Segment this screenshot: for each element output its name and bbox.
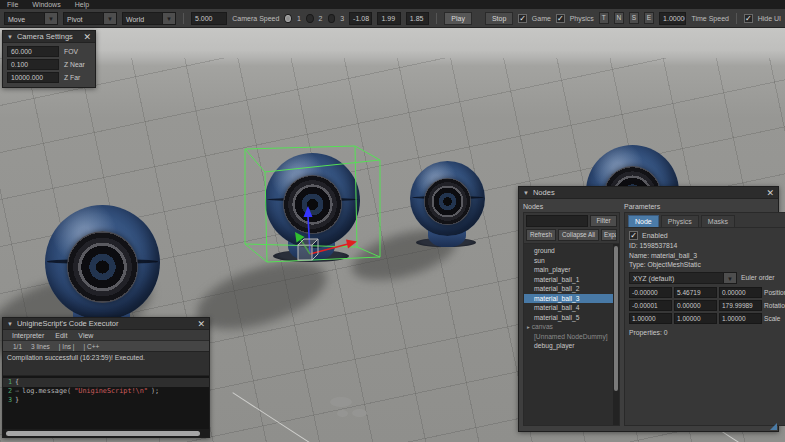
camera-speed-radio-3[interactable] bbox=[328, 14, 336, 23]
scale-y-input[interactable]: 1.00000 bbox=[674, 313, 717, 324]
space-dropdown[interactable]: World ▼ bbox=[122, 12, 176, 25]
gizmo-center-cube[interactable] bbox=[298, 239, 318, 260]
menu-bar: File Windows Help bbox=[0, 0, 785, 9]
collapse-all-button[interactable]: Collapse All bbox=[558, 229, 599, 241]
panel-title: UnigineScript's Code Executor bbox=[17, 319, 194, 328]
position-y-input[interactable]: 5.46719 bbox=[674, 287, 717, 298]
camera-pos-x-input[interactable]: -1.08 bbox=[349, 12, 372, 25]
filter-input[interactable] bbox=[526, 215, 588, 227]
tree-item-main-player[interactable]: main_player bbox=[524, 265, 613, 275]
position-label: Position bbox=[764, 289, 785, 296]
close-icon[interactable]: ✕ bbox=[83, 32, 91, 42]
zfar-input[interactable]: 10000.000 bbox=[7, 72, 59, 83]
hide-ui-checkbox[interactable]: ✓ bbox=[744, 14, 753, 23]
line-number: 1 bbox=[6, 378, 12, 387]
tree-item-ground[interactable]: ground bbox=[524, 246, 613, 256]
close-icon[interactable]: ✕ bbox=[197, 319, 205, 329]
chevron-down-icon[interactable]: ▼ bbox=[162, 12, 176, 25]
camera-speed-radio-1[interactable] bbox=[284, 14, 292, 23]
expand-arrow-icon[interactable]: ▸ bbox=[527, 324, 530, 330]
tab-physics[interactable]: Physics bbox=[661, 215, 699, 227]
toggle-e-button[interactable]: E bbox=[644, 12, 654, 24]
toggle-t-button[interactable]: T bbox=[599, 12, 609, 24]
time-speed-input[interactable]: 1.00000 bbox=[659, 12, 686, 25]
camera-speed-input[interactable]: 5.000 bbox=[191, 12, 227, 25]
camera-speed-label: Camera Speed bbox=[232, 15, 279, 22]
game-checkbox[interactable]: ✓ bbox=[518, 14, 527, 23]
parameters-tabs: Node Physics Masks bbox=[625, 213, 785, 228]
code-line[interactable]: 2 →log.message("UnigineScript!\n"); bbox=[3, 387, 209, 396]
position-z-input[interactable]: 0.00000 bbox=[719, 287, 762, 298]
close-icon[interactable]: ✕ bbox=[766, 188, 774, 198]
physics-checkbox[interactable]: ✓ bbox=[556, 14, 565, 23]
refresh-button[interactable]: Refresh bbox=[526, 229, 556, 241]
resize-grip[interactable] bbox=[770, 423, 777, 430]
toggle-s-button[interactable]: S bbox=[629, 12, 639, 24]
chevron-down-icon[interactable]: ▼ bbox=[44, 12, 58, 25]
nodes-titlebar[interactable]: ▼ Nodes ✕ bbox=[519, 187, 778, 199]
check-icon: ✓ bbox=[630, 231, 637, 240]
expand-all-button[interactable]: Expand All bbox=[601, 229, 617, 241]
code-executor-titlebar[interactable]: ▼ UnigineScript's Code Executor ✕ bbox=[3, 318, 209, 330]
code-line[interactable]: 3 } bbox=[3, 396, 209, 405]
collapse-icon[interactable]: ▼ bbox=[7, 31, 13, 43]
material-ball-4-object[interactable] bbox=[410, 161, 485, 236]
position-x-input[interactable]: -0.00000 bbox=[629, 287, 672, 298]
scrollbar-thumb[interactable] bbox=[6, 431, 200, 436]
toggle-n-button[interactable]: N bbox=[614, 12, 624, 24]
scale-x-input[interactable]: 1.00000 bbox=[629, 313, 672, 324]
collapse-icon[interactable]: ▼ bbox=[523, 187, 529, 199]
selection-gizmo[interactable] bbox=[240, 136, 390, 278]
code-line[interactable]: 1 { bbox=[3, 378, 209, 387]
tree-item-material-ball-5[interactable]: material_ball_5 bbox=[524, 313, 613, 323]
pivot-dropdown[interactable]: Pivot ▼ bbox=[63, 12, 117, 25]
vertical-scrollbar[interactable] bbox=[613, 244, 619, 425]
tree-item-material-ball-1[interactable]: material_ball_1 bbox=[524, 275, 613, 285]
scale-z-input[interactable]: 1.00000 bbox=[719, 313, 762, 324]
rotation-z-input[interactable]: 179.99989 bbox=[719, 300, 762, 311]
scrollbar-thumb[interactable] bbox=[614, 246, 618, 391]
play-button[interactable]: Play bbox=[444, 12, 472, 25]
znear-input[interactable]: 0.100 bbox=[7, 59, 59, 70]
stop-button[interactable]: Stop bbox=[485, 12, 513, 25]
tree-buttons-row: Refresh Collapse All Expand All bbox=[524, 229, 619, 243]
rotation-y-input[interactable]: 0.00000 bbox=[674, 300, 717, 311]
tree-item-unnamed-nodedummy[interactable]: [Unnamed NodeDummy] bbox=[524, 332, 613, 342]
fov-input[interactable]: 60.000 bbox=[7, 46, 59, 57]
tab-node[interactable]: Node bbox=[628, 215, 659, 227]
rotation-x-input[interactable]: -0.00001 bbox=[629, 300, 672, 311]
enabled-checkbox[interactable]: ✓ bbox=[629, 231, 638, 240]
pivot-value: Pivot bbox=[63, 12, 103, 25]
camera-settings-titlebar[interactable]: ▼ Camera Settings ✕ bbox=[3, 31, 95, 43]
camera-pos-z-input[interactable]: 1.85 bbox=[406, 12, 429, 25]
menu-edit[interactable]: Edit bbox=[55, 332, 67, 339]
menu-interpreter[interactable]: Interpreter bbox=[12, 332, 44, 339]
collapse-icon[interactable]: ▼ bbox=[7, 318, 13, 330]
material-ball-1-object[interactable] bbox=[45, 205, 160, 320]
code-editor[interactable]: 1 { 2 →log.message("UnigineScript!\n"); … bbox=[3, 376, 209, 429]
menu-view[interactable]: View bbox=[78, 332, 93, 339]
filter-button[interactable]: Filter bbox=[590, 215, 617, 227]
euler-order-value: XYZ (default) bbox=[629, 272, 723, 284]
line-count: 3 lines bbox=[31, 343, 50, 350]
tree-item-debug-player[interactable]: debug_player bbox=[524, 341, 613, 351]
tab-masks[interactable]: Masks bbox=[701, 215, 735, 227]
euler-order-dropdown[interactable]: XYZ (default) ▼ bbox=[629, 272, 737, 284]
transform-mode-dropdown[interactable]: Move ▼ bbox=[4, 12, 58, 25]
tree-item-sun[interactable]: sun bbox=[524, 256, 613, 266]
toolbar-separator bbox=[436, 13, 437, 24]
menu-help[interactable]: Help bbox=[75, 0, 89, 9]
menu-file[interactable]: File bbox=[7, 0, 18, 9]
horizontal-scrollbar[interactable] bbox=[3, 429, 209, 437]
filter-row: Filter bbox=[524, 213, 619, 229]
tree-item-material-ball-4[interactable]: material_ball_4 bbox=[524, 303, 613, 313]
nodes-tree-box: Filter Refresh Collapse All Expand All g… bbox=[523, 212, 620, 426]
menu-windows[interactable]: Windows bbox=[32, 0, 60, 9]
chevron-down-icon[interactable]: ▼ bbox=[723, 272, 737, 284]
camera-pos-y-input[interactable]: 1.99 bbox=[377, 12, 400, 25]
tree-item-canvas[interactable]: ▸canvas bbox=[524, 322, 613, 332]
chevron-down-icon[interactable]: ▼ bbox=[103, 12, 117, 25]
tree-item-material-ball-3-selected[interactable]: material_ball_3 bbox=[524, 294, 613, 304]
camera-speed-radio-2[interactable] bbox=[306, 14, 314, 23]
tree-item-material-ball-2[interactable]: material_ball_2 bbox=[524, 284, 613, 294]
